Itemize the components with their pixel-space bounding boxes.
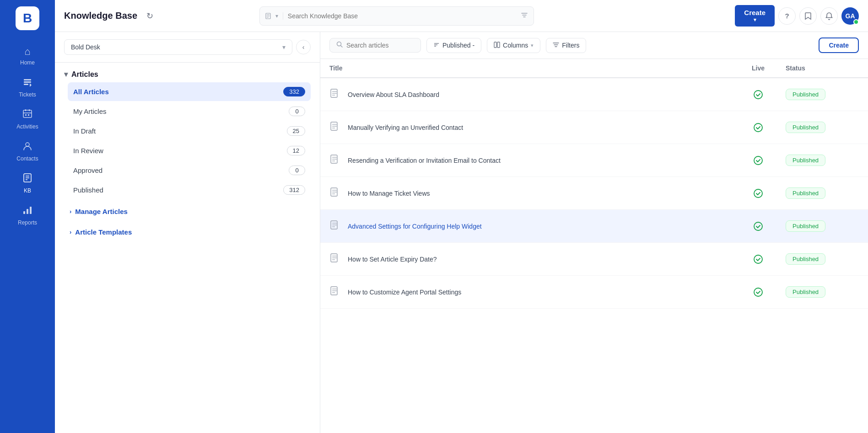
sidebar-item-reports[interactable]: Reports — [0, 199, 55, 231]
status-badge: Published — [786, 187, 825, 199]
question-icon: ? — [785, 12, 789, 20]
sidebar-item-tickets[interactable]: Tickets — [0, 71, 55, 103]
article-doc-icon — [329, 286, 342, 299]
sidebar-item-activities[interactable]: Activities — [0, 103, 55, 135]
article-title-cell: Manually Verifying an Unverified Contact — [329, 121, 731, 134]
svg-rect-2 — [24, 84, 28, 85]
svg-rect-9 — [28, 114, 29, 116]
article-search-input[interactable] — [346, 42, 401, 49]
help-button[interactable]: ? — [778, 7, 796, 25]
in-draft-count: 25 — [287, 126, 305, 136]
workspace-dropdown[interactable]: Bold Desk ▾ — [64, 39, 292, 55]
article-templates-link[interactable]: › Article Templates — [64, 224, 311, 241]
bell-icon — [825, 12, 833, 20]
notifications-button[interactable] — [820, 7, 838, 25]
right-panel: Published - Columns ▾ — [320, 32, 868, 433]
refresh-button[interactable]: ↻ — [145, 9, 155, 23]
table-row[interactable]: How to Set Article Expiry Date? Publishe… — [320, 243, 868, 276]
live-cell — [731, 287, 786, 297]
table-row[interactable]: How to Manage Ticket Views Published — [320, 177, 868, 210]
article-title-text: Manually Verifying an Unverified Contact — [348, 124, 463, 131]
status-column-header: Status — [786, 64, 859, 72]
status-badge: Published — [786, 286, 825, 298]
in-draft-label: In Draft — [73, 127, 96, 135]
search-filter-dropdown[interactable]: ▾ — [265, 12, 283, 20]
columns-icon — [494, 42, 500, 49]
bookmark-icon — [804, 12, 812, 20]
create-chevron-icon: ▾ — [754, 17, 756, 23]
all-articles-count: 332 — [283, 87, 305, 96]
article-title-text: How to Customize Agent Portal Settings — [348, 289, 461, 296]
article-title-cell: Advanced Settings for Configuring Help W… — [329, 220, 731, 233]
articles-toolbar: Published - Columns ▾ — [320, 32, 868, 59]
nav-item-my-articles[interactable]: My Articles 0 — [68, 102, 311, 121]
title-column-header: Title — [329, 64, 731, 72]
manage-articles-link[interactable]: › Manage Articles — [64, 203, 311, 220]
columns-button[interactable]: Columns ▾ — [487, 38, 540, 53]
svg-point-38 — [754, 123, 762, 132]
articles-section-label: Articles — [71, 70, 98, 79]
columns-chevron-icon: ▾ — [531, 43, 534, 48]
live-cell — [731, 254, 786, 264]
activities-icon — [22, 109, 32, 122]
status-cell: Published — [786, 155, 859, 166]
nav-item-all-articles[interactable]: All Articles 332 — [68, 82, 311, 101]
sidebar: B ⌂ Home Tickets — [0, 0, 55, 433]
article-title-cell: Resending a Verification or Invitation E… — [329, 154, 731, 167]
sidebar-item-home[interactable]: ⌂ Home — [0, 40, 55, 71]
create-button[interactable]: Create ▾ — [735, 5, 775, 27]
sidebar-label-kb: KB — [24, 187, 31, 194]
create-article-button[interactable]: Create — [819, 37, 859, 53]
published-filter-button[interactable]: Published - — [426, 38, 481, 53]
header-search-input[interactable] — [288, 12, 521, 20]
reports-icon — [22, 205, 32, 218]
search-icon — [336, 41, 343, 49]
live-cell — [731, 123, 786, 133]
svg-point-43 — [754, 156, 762, 165]
manage-articles-chevron-icon: › — [70, 208, 71, 215]
table-row[interactable]: How to Customize Agent Portal Settings P… — [320, 276, 868, 309]
table-row[interactable]: Advanced Settings for Configuring Help W… — [320, 210, 868, 243]
nav-item-published[interactable]: Published 312 — [68, 181, 311, 199]
chevron-left-icon: ‹ — [302, 43, 305, 51]
online-status-dot — [853, 19, 859, 25]
sidebar-logo: B — [0, 0, 55, 37]
status-badge: Published — [786, 253, 825, 265]
svg-rect-27 — [494, 42, 496, 48]
bookmark-button[interactable] — [799, 7, 817, 25]
article-title-cell: How to Manage Ticket Views — [329, 187, 731, 200]
workspace-header: Bold Desk ▾ ‹ — [55, 32, 320, 63]
articles-section-header[interactable]: ▾ Articles — [64, 70, 311, 79]
nav-item-in-draft[interactable]: In Draft 25 — [68, 122, 311, 140]
sidebar-item-contacts[interactable]: Contacts — [0, 135, 55, 167]
table-row[interactable]: Manually Verifying an Unverified Contact… — [320, 111, 868, 144]
sidebar-item-kb[interactable]: KB — [0, 167, 55, 199]
table-header-row: Title Live Status — [320, 59, 868, 78]
filters-button[interactable]: Filters — [546, 38, 586, 53]
sidebar-label-contacts: Contacts — [16, 155, 38, 162]
content-area: Bold Desk ▾ ‹ ▾ Articles All Articles 33… — [55, 32, 868, 433]
article-templates-chevron-icon: › — [70, 229, 71, 235]
table-row[interactable]: Resending a Verification or Invitation E… — [320, 144, 868, 177]
workspace-chevron-icon: ▾ — [282, 43, 286, 51]
svg-rect-4 — [23, 110, 32, 118]
approved-label: Approved — [73, 166, 102, 174]
live-cell — [731, 221, 786, 231]
workspace-label: Bold Desk — [71, 43, 100, 51]
user-avatar[interactable]: GA — [841, 7, 859, 25]
nav-item-approved[interactable]: Approved 0 — [68, 161, 311, 180]
logo-icon[interactable]: B — [16, 6, 39, 30]
table-row[interactable]: Overview About SLA Dashboard Published — [320, 78, 868, 111]
article-doc-icon — [329, 253, 342, 266]
published-label: Published — [73, 186, 103, 194]
status-cell: Published — [786, 122, 859, 133]
status-cell: Published — [786, 220, 859, 232]
svg-marker-3 — [30, 83, 32, 87]
sidebar-nav: ⌂ Home Tickets — [0, 37, 55, 433]
panel-collapse-button[interactable]: ‹ — [296, 40, 311, 54]
sidebar-label-activities: Activities — [16, 123, 38, 130]
nav-item-in-review[interactable]: In Review 12 — [68, 141, 311, 160]
svg-line-23 — [341, 46, 343, 48]
header-filter-icon[interactable] — [521, 11, 528, 21]
article-title-cell: How to Set Article Expiry Date? — [329, 253, 731, 266]
